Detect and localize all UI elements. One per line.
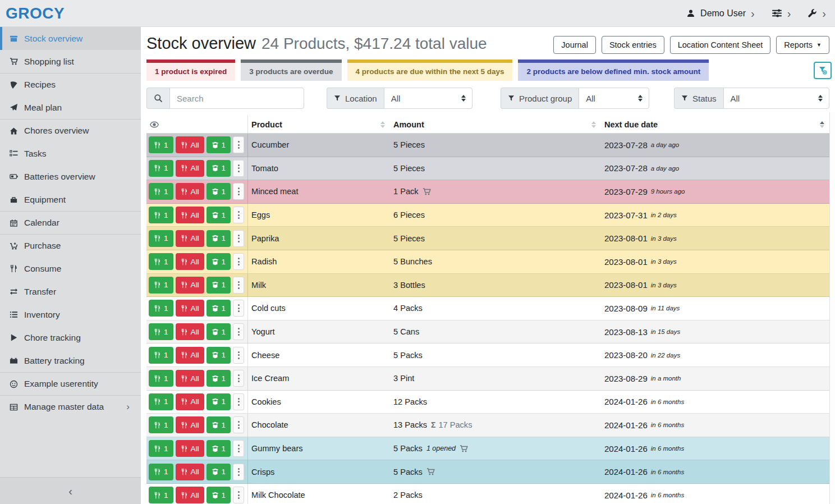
sidebar-item-example-userentity[interactable]: Example userentity (0, 372, 141, 395)
product-column-header[interactable]: Product (248, 116, 390, 133)
sidebar-item-transfer[interactable]: Transfer (0, 280, 141, 303)
consume-one-button[interactable]: 1 (149, 207, 173, 223)
row-more-menu-button[interactable] (233, 370, 244, 387)
sidebar-item-consume[interactable]: Consume (0, 257, 141, 280)
row-more-menu-button[interactable] (233, 136, 244, 153)
sidebar-item-inventory[interactable]: Inventory (0, 303, 141, 326)
product-name[interactable]: Paprika (251, 234, 279, 243)
consume-all-button[interactable]: All (176, 136, 204, 153)
table-row[interactable]: 1All1Ice Cream3 Pint2023-08-29in a month (146, 367, 829, 391)
row-more-menu-button[interactable] (233, 347, 244, 364)
consume-one-button[interactable]: 1 (149, 323, 173, 340)
reports-button[interactable]: Reports▼ (776, 36, 829, 54)
sliders-icon[interactable] (772, 8, 782, 19)
product-name[interactable]: Milk Chocolate (251, 491, 305, 500)
consume-one-button[interactable]: 1 (149, 230, 173, 247)
row-more-menu-button[interactable] (233, 323, 244, 340)
table-row[interactable]: 1All1Minced meat1 Pack2023-07-299 hours … (146, 180, 829, 204)
product-name[interactable]: Milk (251, 281, 266, 290)
consume-one-button[interactable]: 1 (149, 253, 173, 270)
consume-one-button[interactable]: 1 (149, 347, 173, 364)
row-more-menu-button[interactable] (233, 393, 244, 410)
sidebar-item-chore-tracking[interactable]: Chore tracking (0, 326, 141, 349)
table-row[interactable]: 1All1Yogurt5 Cans2023-08-13in 15 days (146, 320, 829, 344)
product-name[interactable]: Crisps (251, 468, 274, 476)
row-more-menu-button[interactable] (233, 416, 244, 433)
product-name[interactable]: Eggs (251, 210, 270, 219)
consume-one-button[interactable]: 1 (149, 393, 173, 410)
sidebar-item-manage-master-data[interactable]: Manage master data› (0, 395, 141, 418)
open-one-button[interactable]: 1 (207, 323, 231, 340)
table-row[interactable]: 1All1Paprika5 Pieces2023-08-01in 3 days (146, 227, 829, 250)
product-name[interactable]: Gummy bears (251, 444, 303, 453)
open-one-button[interactable]: 1 (207, 440, 231, 457)
status-filter-select[interactable]: All (723, 88, 829, 109)
table-row[interactable]: 1All1Chocolate13 PacksΣ17 Packs2024-01-2… (146, 414, 829, 437)
row-more-menu-button[interactable] (233, 277, 244, 294)
consume-all-button[interactable]: All (176, 207, 204, 223)
product-name[interactable]: Chocolate (251, 420, 288, 429)
row-more-menu-button[interactable] (233, 487, 244, 503)
open-one-button[interactable]: 1 (207, 230, 231, 247)
product-group-filter-select[interactable]: All (579, 88, 649, 109)
product-name[interactable]: Cookies (251, 397, 281, 406)
amount-column-header[interactable]: Amount (390, 116, 601, 133)
sidebar-item-battery-tracking[interactable]: Battery tracking (0, 349, 141, 372)
open-one-button[interactable]: 1 (207, 136, 231, 153)
consume-one-button[interactable]: 1 (149, 300, 173, 317)
sidebar-item-equipment[interactable]: Equipment (0, 188, 141, 211)
sidebar-item-stock-overview[interactable]: Stock overview (0, 27, 141, 50)
sidebar-item-purchase[interactable]: Purchase (0, 234, 141, 257)
product-name[interactable]: Tomato (251, 164, 278, 173)
table-row[interactable]: 1All1Tomato5 Pieces2023-07-28a day ago (146, 157, 829, 181)
consume-all-button[interactable]: All (176, 277, 204, 294)
search-input[interactable] (169, 88, 304, 109)
consume-all-button[interactable]: All (176, 464, 204, 480)
sidebar-item-shopping-list[interactable]: Shopping list (0, 50, 141, 73)
consume-all-button[interactable]: All (176, 160, 204, 177)
sidebar-item-batteries-overview[interactable]: Batteries overview (0, 165, 141, 188)
consume-all-button[interactable]: All (176, 393, 204, 410)
product-name[interactable]: Cheese (251, 351, 279, 360)
consume-one-button[interactable]: 1 (149, 160, 173, 177)
product-name[interactable]: Ice Cream (251, 374, 289, 383)
open-one-button[interactable]: 1 (207, 253, 231, 270)
open-one-button[interactable]: 1 (207, 207, 231, 223)
consume-all-button[interactable]: All (176, 230, 204, 247)
consume-all-button[interactable]: All (176, 323, 204, 340)
consume-one-button[interactable]: 1 (149, 370, 173, 387)
table-row[interactable]: 1All1Radish5 Bunches2023-08-01in 3 days (146, 250, 829, 274)
visibility-column-header[interactable] (146, 116, 248, 133)
consume-one-button[interactable]: 1 (149, 183, 173, 200)
journal-button[interactable]: Journal (553, 36, 596, 54)
row-more-menu-button[interactable] (233, 160, 244, 177)
product-name[interactable]: Cold cuts (251, 304, 286, 313)
row-more-menu-button[interactable] (233, 230, 244, 247)
table-row[interactable]: 1All1Eggs6 Pieces2023-07-31in 2 days (146, 204, 829, 227)
consume-all-button[interactable]: All (176, 370, 204, 387)
open-one-button[interactable]: 1 (207, 160, 231, 177)
product-name[interactable]: Yogurt (251, 327, 275, 336)
user-menu-label[interactable]: Demo User (700, 8, 746, 19)
table-row[interactable]: 1All1Crisps5 Packs2024-01-26in 6 months (146, 460, 829, 484)
open-one-button[interactable]: 1 (207, 347, 231, 364)
open-one-button[interactable]: 1 (207, 277, 231, 294)
location-content-sheet-button[interactable]: Location Content Sheet (670, 36, 771, 54)
product-name[interactable]: Radish (251, 257, 277, 266)
row-more-menu-button[interactable] (233, 253, 244, 270)
sidebar-collapse-button[interactable]: ‹ (0, 477, 141, 504)
consume-all-button[interactable]: All (176, 440, 204, 457)
table-row[interactable]: 1All1Cookies12 Packs2024-01-26in 6 month… (146, 391, 829, 414)
row-more-menu-button[interactable] (233, 207, 244, 223)
chevron-right-icon[interactable]: › (822, 8, 826, 19)
location-filter-select[interactable]: All (384, 88, 472, 109)
open-one-button[interactable]: 1 (207, 464, 231, 480)
open-one-button[interactable]: 1 (207, 416, 231, 433)
table-row[interactable]: 1All1Milk Chocolate2 Packs2024-01-26in 6… (146, 484, 829, 504)
sidebar-item-tasks[interactable]: Tasks (0, 142, 141, 165)
chevron-right-icon[interactable]: › (751, 8, 755, 19)
due-date-column-header[interactable]: Next due date (601, 116, 829, 133)
consume-one-button[interactable]: 1 (149, 277, 173, 294)
consume-all-button[interactable]: All (176, 300, 204, 317)
consume-all-button[interactable]: All (176, 487, 204, 503)
